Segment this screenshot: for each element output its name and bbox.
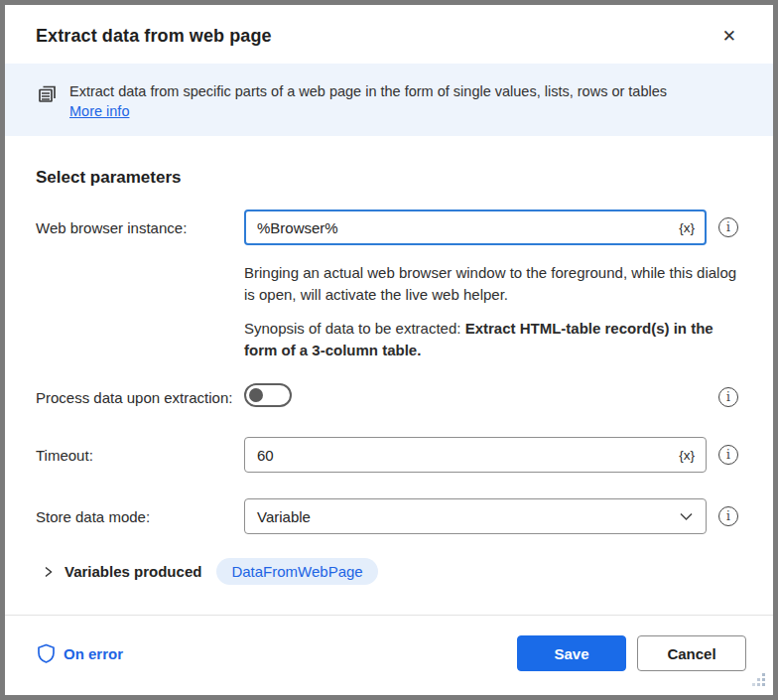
select-parameters-heading: Select parameters <box>36 168 742 188</box>
banner-description: Extract data from specific parts of a we… <box>69 81 667 102</box>
dialog-title: Extract data from web page <box>36 26 272 47</box>
chevron-right-icon[interactable] <box>41 564 56 580</box>
web-browser-instance-input[interactable] <box>244 210 707 245</box>
store-data-mode-value: Variable <box>257 508 311 525</box>
more-info-link[interactable]: More info <box>69 103 129 119</box>
resize-grip[interactable] <box>750 672 766 690</box>
helper-description: Bringing an actual web browser window to… <box>244 262 742 361</box>
extract-data-dialog: Extract data from web page ✕ Extract dat… <box>0 0 778 700</box>
produced-variable-badge[interactable]: DataFromWebPage <box>216 558 377 585</box>
process-data-row: Process data upon extraction: i <box>36 383 742 411</box>
toggle-knob <box>249 388 263 402</box>
store-data-mode-label: Store data mode: <box>36 508 244 525</box>
save-button[interactable]: Save <box>517 635 626 671</box>
info-banner: Extract data from specific parts of a we… <box>5 64 773 136</box>
footer-buttons: Save Cancel <box>517 635 746 671</box>
timeout-input[interactable] <box>244 437 707 473</box>
store-data-mode-row: Store data mode: Variable i <box>36 498 742 534</box>
info-icon[interactable]: i <box>718 506 738 526</box>
chevron-down-icon <box>679 510 694 522</box>
shield-icon <box>36 642 57 664</box>
timeout-row: Timeout: {x} i <box>36 437 742 473</box>
variable-picker-fx-button[interactable]: {x} <box>676 446 698 465</box>
process-data-label: Process data upon extraction: <box>36 389 244 406</box>
variables-produced-label[interactable]: Variables produced <box>65 563 201 580</box>
dialog-content: Select parameters Web browser instance: … <box>5 136 773 615</box>
synopsis-line: Synopsis of data to be extracted: Extrac… <box>244 318 742 361</box>
on-error-button[interactable]: On error <box>36 642 123 664</box>
timeout-label: Timeout: <box>36 447 244 464</box>
dialog-footer: On error Save Cancel <box>5 615 773 695</box>
web-browser-instance-row: Web browser instance: {x} i <box>36 210 742 245</box>
synopsis-prefix: Synopsis of data to be extracted: <box>244 320 465 337</box>
web-browser-instance-label: Web browser instance: <box>36 219 244 236</box>
banner-text-block: Extract data from specific parts of a we… <box>69 81 667 120</box>
info-icon[interactable]: i <box>718 387 738 407</box>
variables-produced-row: Variables produced DataFromWebPage <box>41 558 742 585</box>
cancel-button[interactable]: Cancel <box>637 635 746 671</box>
info-icon[interactable]: i <box>718 445 738 465</box>
dialog-header: Extract data from web page ✕ <box>5 5 773 64</box>
store-data-mode-select[interactable]: Variable <box>244 498 707 534</box>
variable-picker-fx-button[interactable]: {x} <box>676 218 698 237</box>
helper-note: Bringing an actual web browser window to… <box>244 262 742 306</box>
web-browser-instance-input-wrap: {x} <box>244 210 707 245</box>
timeout-input-wrap: {x} <box>244 437 707 473</box>
process-data-toggle[interactable] <box>244 383 292 407</box>
on-error-label: On error <box>64 645 123 662</box>
extract-data-document-icon <box>36 82 59 109</box>
close-icon[interactable]: ✕ <box>716 24 742 49</box>
info-icon[interactable]: i <box>718 217 738 237</box>
